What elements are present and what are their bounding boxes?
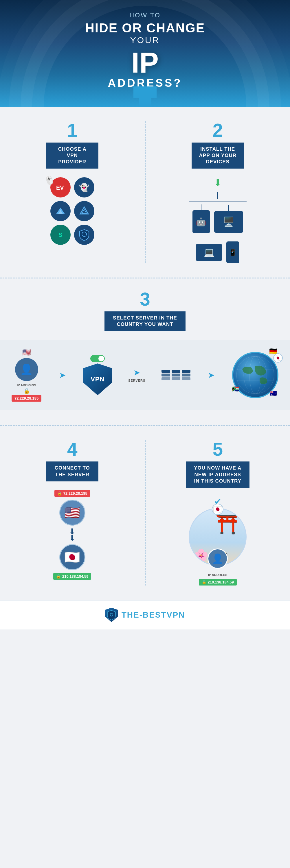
step5-japan-flag: 🇯🇵 [212,504,224,515]
vpn-label: VPN [91,376,105,383]
svg-text:i: i [110,614,111,616]
device-line-top [218,192,218,199]
ghost-icon: 👻 [79,183,89,192]
devices-top-row: 🤖 🖥️ [193,205,243,233]
header-section: HOW TO HIDE OR CHANGE YOUR IP ADDRESS? [0,0,290,107]
step-5-label: YOU NOW HAVE A NEW IP ADDRESS IN THIS CO… [186,462,250,488]
monitor-icon: 🖥️ [223,216,234,227]
step-4-column: 4 CONNECT TO THE SERVER 🔒 72.229.28.185 … [0,440,146,585]
hub-line-left [189,202,218,202]
step4-ip-value: 72.229.28.185 [63,491,87,496]
laptop-icon: 💻 [204,247,214,257]
cherry-blossom-icon: 🌸 [194,549,208,562]
server-bar-4 [172,370,180,373]
divider-1-2 [0,278,290,278]
main-content: 1 CHOOSE A VPN PROVIDER 🖱️ EV 👻 [0,107,290,629]
step-2-number: 2 [212,121,223,140]
phone-line [233,236,233,242]
ip-badge-red: 72.229.28.185 [11,395,41,402]
steps-1-2-row: 1 CHOOSE A VPN PROVIDER 🖱️ EV 👻 [0,107,290,272]
hub-line-right [218,202,246,202]
step-2-label: INSTALL THE APP ON YOUR DEVICES [192,143,244,168]
step-5-number: 5 [212,440,223,459]
step5-ip-badge-green: 🔒 210.138.184.59 [199,579,237,586]
vpn-shield-block: VPN [83,355,112,395]
step-3-diagram: 🇺🇸 👤 IP ADDRESS 🔒 72.229.28.185 ➤ VPN [0,340,290,410]
surfshark-s: S [58,231,62,238]
arrow-person-to-vpn: ➤ [59,370,66,380]
south-africa-flag-globe: 🇿🇦 [232,385,239,392]
footer-bestvpn: BESTVPN [143,610,185,619]
locked-lock-icon: 🔒 [24,388,30,394]
shield-vpn-logo [74,225,94,245]
person-avatar: 👤 [15,358,38,381]
step-3-section: 3 SELECT SERVER IN THE COUNTRY YOU WANT … [0,284,290,419]
steps-4-5-row: 4 CONNECT TO THE SERVER 🔒 72.229.28.185 … [0,440,290,585]
lock-icon-row: 🔒 [24,388,30,394]
step5-person-avatar: 👤 [207,549,228,569]
step-3-number: 3 [140,290,150,309]
header-your: YOUR [6,35,284,45]
phone-device: 📱 [226,242,239,263]
arrow-servers-to-globe: ➤ [208,370,214,380]
android-icon: 🤖 [196,217,206,227]
tablet-line [201,205,201,210]
step4-from-flag: 🇺🇸 [64,505,80,520]
step-4-content: 🔒 72.229.28.185 🇺🇸 ⬇⬇ 🇯🇵 [53,490,91,580]
monitor-line [228,205,229,211]
footer-the: THE- [121,610,143,619]
ip-address-label: IP ADDRESS [17,383,36,387]
svg-marker-1 [80,207,88,214]
phone-icon: 📱 [229,249,237,256]
server-bar-9 [182,377,191,380]
footer: i THE-BESTVPN [0,600,290,629]
globe-block: 🇩🇪 🇯🇵 🇿🇦 🇦🇺 [232,352,279,398]
server-bar-5 [172,374,180,376]
server-stack-3 [182,370,191,380]
steps-4-5-section: 4 CONNECT TO THE SERVER 🔒 72.229.28.185 … [0,431,290,600]
us-flag: 🇺🇸 [22,348,31,356]
step-1-number: 1 [67,121,78,140]
step4-new-ip-value: 210.138.184.59 [62,574,88,579]
globe-svg [235,355,276,395]
footer-shield-svg: i [107,610,116,620]
step5-ip-label: IP ADDRESS [208,573,228,577]
servers-arrow-block: ➤ SERVERS [128,368,145,382]
server-bar-7 [182,370,191,373]
lock-icon-green-step5: 🔒 [202,580,206,584]
svg-text:EV: EV [56,184,64,191]
laptop-line [209,238,209,244]
step4-down-arrows: ⬇⬇ [69,529,76,541]
japan-circle-wrapper: ⛩️ 🌸 🎎 👤 🇯🇵 [189,508,246,566]
ip-red-value: 72.229.28.185 [14,396,38,400]
step-2-column: 2 INSTALL THE APP ON YOUR DEVICES ⬇ [146,121,290,263]
server-bar-8 [182,374,191,376]
torii-gate-icon: ⛩️ [215,512,240,535]
vpn-shield-shape: VPN [83,364,112,395]
devices-container: ⬇ 🤖 [189,177,246,263]
header-hide-change: HIDE OR CHANGE [6,21,284,35]
japan-flag-globe: 🇯🇵 [273,353,283,363]
laptop-device: 💻 [196,244,222,261]
toggle-dot [98,355,104,362]
step4-to-flag-circle: 🇯🇵 [59,544,85,570]
tablet-device: 🤖 [193,210,210,233]
servers-label: SERVERS [128,379,145,382]
japan-scene-container: ⛩️ 🌸 🎎 👤 🇯🇵 IP ADDRESS [189,508,246,586]
server-bar-1 [162,370,170,373]
surfshark-logo: S [50,225,70,245]
australia-flag-globe: 🇦🇺 [270,390,277,397]
step-5-content: ✔ ⛩️ 🌸 🎎 👤 [154,496,282,586]
server-stack-2 [172,370,180,380]
download-icon: ⬇ [214,177,222,188]
step-5-column: 5 YOU NOW HAVE A NEW IP ADDRESS IN THIS … [146,440,290,585]
server-stack-1 [162,370,170,380]
vpn-toggle[interactable] [90,355,105,362]
nordvpn-logo [50,201,70,221]
step4-to-flag: 🇯🇵 [64,550,80,565]
user-person-block: 🇺🇸 👤 IP ADDRESS 🔒 72.229.28.185 [11,348,41,402]
step-4-number: 4 [67,440,78,459]
step-3-inner: 3 SELECT SERVER IN THE COUNTRY YOU WANT [0,290,290,340]
arrow-vpn-to-servers: ➤ [134,368,140,377]
monitor-device: 🖥️ [214,211,243,233]
